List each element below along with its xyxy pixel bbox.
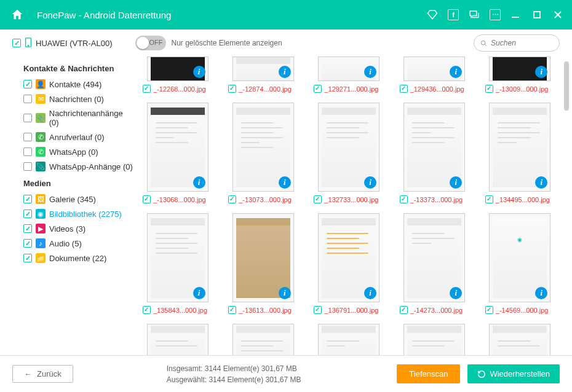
maximize-icon[interactable] <box>530 8 544 22</box>
info-icon[interactable]: i <box>193 287 205 299</box>
gallery-icon: 🖼 <box>36 194 46 204</box>
thumbnail-item[interactable]: i _129436...000.jpg <box>400 57 469 93</box>
diamond-icon[interactable] <box>426 8 439 22</box>
back-button[interactable]: ← Zurück <box>12 365 73 383</box>
thumbnail-item[interactable]: i _-13373...000.jpg <box>400 103 469 203</box>
info-icon[interactable]: i <box>364 287 376 299</box>
sidebar: Kontakte & Nachrichten 👤Kontakte (494) ✉… <box>0 57 139 355</box>
summary-text: Insgesamt: 3144 Element(e) 301,67 MB Aus… <box>167 363 301 385</box>
svg-point-4 <box>481 41 485 44</box>
svg-point-3 <box>28 45 28 45</box>
toggle-description: Nur gelöschte Elemente anzeigen <box>171 39 282 47</box>
audio-icon: ♪ <box>36 238 46 248</box>
selected-count: Ausgewählt: 3144 Element(e) 301,67 MB <box>167 374 301 385</box>
refresh-icon <box>477 370 486 378</box>
video-icon: ▶ <box>36 224 46 233</box>
info-icon[interactable]: i <box>364 176 376 189</box>
contacts-icon: 👤 <box>36 79 46 89</box>
sidebar-item-calls[interactable]: ✆Anrufverlauf (0) <box>12 130 134 144</box>
thumbnail-item[interactable]: i _-13068...000.jpg <box>143 103 212 203</box>
messages-icon: ✉ <box>36 94 46 104</box>
filename: _-12268...000.jpg <box>153 85 212 93</box>
sidebar-item-contacts[interactable]: 👤Kontakte (494) <box>12 77 134 92</box>
sidebar-item-audio[interactable]: ♪Audio (5) <box>12 236 134 251</box>
svg-rect-1 <box>534 12 540 18</box>
doc-icon: 📁 <box>36 253 46 263</box>
thumbnail-item[interactable] <box>400 324 469 355</box>
app-title: FonePaw - Android Datenrettung <box>37 10 426 20</box>
info-icon[interactable]: i <box>193 176 205 189</box>
sidebar-item-messages[interactable]: ✉Nachrichten (0) <box>12 92 134 106</box>
more-icon[interactable]: ⋯ <box>488 8 502 22</box>
section-media: Medien <box>23 179 134 188</box>
total-count: Insgesamt: 3144 Element(e) 301,67 MB <box>167 363 301 374</box>
info-icon[interactable]: i <box>279 66 291 78</box>
sidebar-item-whatsapp-attach[interactable]: 📎WhatsApp-Anhänge (0) <box>12 159 134 174</box>
home-icon[interactable] <box>7 5 27 25</box>
sidebar-item-whatsapp[interactable]: ✆WhatsApp (0) <box>12 144 134 159</box>
imagelib-icon: ◉ <box>36 209 46 219</box>
info-icon[interactable]: i <box>279 176 291 189</box>
call-icon: ✆ <box>36 132 46 142</box>
facebook-icon[interactable]: f <box>447 8 460 22</box>
thumbnail-item[interactable]: i _-12874...000.jpg <box>228 57 298 93</box>
thumbnail-item[interactable]: i _-12268...000.jpg <box>143 57 212 93</box>
titlebar: FonePaw - Android Datenrettung f ⋯ <box>0 0 572 29</box>
toolbar: HUAWEI (VTR-AL00) OFF Nur gelöschte Elem… <box>0 29 572 57</box>
deep-scan-button[interactable]: Tiefenscan <box>397 364 460 383</box>
close-icon[interactable] <box>551 8 565 22</box>
thumbnail-item[interactable]: i _135843...000.jpg <box>143 213 212 314</box>
thumbnail-item[interactable] <box>228 324 298 355</box>
thumbnail-item[interactable]: i _132733...000.jpg <box>314 103 383 203</box>
footer: ← Zurück Insgesamt: 3144 Element(e) 301,… <box>0 355 572 392</box>
thumbnail-item[interactable]: i _-13613...000.jpg <box>228 213 298 314</box>
section-contacts: Kontakte & Nachrichten <box>23 64 134 73</box>
search-icon <box>480 39 487 47</box>
thumbnail-item[interactable]: i _-13009...000.jpg <box>485 57 555 93</box>
sidebar-item-videos[interactable]: ▶Videos (3) <box>12 221 134 236</box>
recover-button[interactable]: Wiederherstellen <box>467 364 560 383</box>
minimize-icon[interactable] <box>509 8 523 22</box>
thumbnail-item[interactable]: i _136791...000.jpg <box>314 213 383 314</box>
deleted-only-toggle[interactable]: OFF <box>135 36 166 50</box>
thumb-checkbox[interactable] <box>143 85 151 93</box>
toggle-state: OFF <box>149 39 162 46</box>
thumbnail-item[interactable]: i _-13073...000.jpg <box>228 103 298 203</box>
feedback-icon[interactable] <box>467 8 481 22</box>
sidebar-item-image-library[interactable]: ◉Bildbibliothek (2275) <box>12 206 134 221</box>
device-name: HUAWEI (VTR-AL00) <box>36 39 112 48</box>
device-selector[interactable]: HUAWEI (VTR-AL00) <box>12 37 112 49</box>
thumbnail-item[interactable] <box>485 324 555 355</box>
device-checkbox[interactable] <box>12 39 21 47</box>
sidebar-item-gallery[interactable]: 🖼Galerie (345) <box>12 192 134 206</box>
thumbnail-item[interactable] <box>314 324 383 355</box>
phone-icon <box>25 37 32 49</box>
arrow-left-icon: ← <box>24 369 32 378</box>
thumbnail-item[interactable] <box>143 324 212 355</box>
attach-icon: 📎 <box>36 113 46 123</box>
thumbnail-item[interactable]: ◉i _-14569...000.jpg <box>485 213 555 314</box>
thumbnail-item[interactable]: i _-14273...000.jpg <box>400 213 469 314</box>
thumbnail-item[interactable]: i _134495...000.jpg <box>485 103 555 203</box>
info-icon[interactable]: i <box>279 287 291 299</box>
info-icon[interactable]: i <box>193 66 205 78</box>
info-icon[interactable]: i <box>364 66 376 78</box>
thumbnail-item[interactable]: i _129271...000.jpg <box>314 57 383 93</box>
thumbnail-grid: i _-12268...000.jpg i _-12874...000.jpg … <box>139 57 572 355</box>
search-box[interactable] <box>474 34 560 52</box>
search-input[interactable] <box>491 39 553 47</box>
whatsapp-icon: ✆ <box>36 147 46 157</box>
svg-rect-0 <box>512 17 519 18</box>
sidebar-item-documents[interactable]: 📁Dokumente (22) <box>12 251 134 265</box>
sidebar-item-msg-attach[interactable]: 📎Nachrichtenanhänge (0) <box>12 106 134 130</box>
scrollbar[interactable] <box>563 57 570 355</box>
whatsapp-attach-icon: 📎 <box>36 162 46 171</box>
